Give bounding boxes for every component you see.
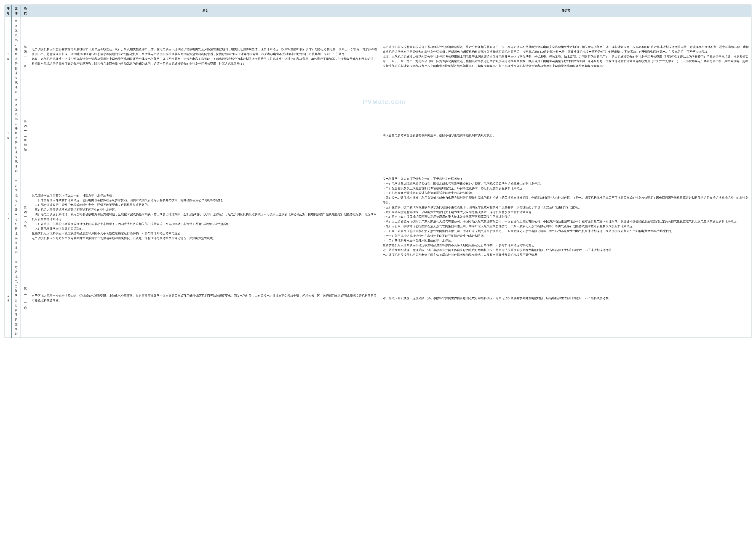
cell-seq: 15 [5, 17, 12, 96]
cell-revised: 发电侧并网主体如有以下情形之一的，不予非计划停运考核： （一）电网设备故障或系统… [381, 175, 751, 259]
table-row: 16南方区域电力并网运行管理实施细则第四十五条增加纳入容量电费考核管理的发电侧并… [5, 96, 751, 175]
cell-clause: 第四十六条 [21, 175, 30, 259]
header-clause: 条款 [21, 5, 30, 17]
cell-clause: 第四十五条增加 [21, 96, 30, 175]
table-row: 17南方区域电力并网运行管理实施细则第四十六条发电侧并网主体如有以下情况之一的，… [5, 175, 751, 259]
cell-original [30, 96, 381, 175]
cell-original: 发电侧并网主体如有以下情况之一的，可豁免非计划停运考核： （一）非自身原因导致的… [30, 175, 381, 259]
header-seq: 序号 [5, 5, 12, 17]
cell-file: 南方区域电力并网运行管理实施细则 [12, 96, 21, 175]
cell-file: 南方区域电力并网运行管理实施细则 [12, 17, 21, 96]
cell-original: 电力调度机构应按监管要求规范开展机组非计划停运考核返还、统计分析及相关核查评价工… [30, 17, 381, 96]
header-revised: 修订后 [381, 5, 751, 17]
cell-clause: 第四十五条 [21, 17, 30, 96]
cell-file: 南方区域电力并网运行管理实施细则 [12, 175, 21, 259]
cell-file: 南方区域电力并网运行管理实施细则 [12, 259, 21, 338]
table-row: 15南方区域电力并网运行管理实施细则第四十五条电力调度机构应按监管要求规范开展机… [5, 17, 751, 96]
table-header-row: 序号 文件 条款 原文 修订后 [5, 5, 751, 17]
cell-seq: 17 [5, 175, 12, 259]
header-file: 文件 [12, 5, 21, 17]
cell-seq: 16 [5, 96, 12, 175]
header-original: 原文 [30, 5, 381, 17]
cell-original: 对于区域大范围一次燃料供应短缺、运煤或输气通道受限、上游供气公司事故、煤矿事故等… [30, 259, 381, 338]
cell-revised: 纳入容量电费考核管理的发电侧并网主体，按照各省容量电费考核机制有关规定执行。 [381, 96, 751, 175]
revision-table: 序号 文件 条款 原文 修订后 15南方区域电力并网运行管理实施细则第四十五条电… [5, 5, 751, 338]
cell-revised: 电力调度机构应按监管要求规范开展机组非计划停运考核返还、统计分析及相关核查评价工… [381, 17, 751, 96]
cell-seq: 18 [5, 259, 12, 338]
table-row: 18南方区域电力并网运行管理实施细则第五十一条对于区域大范围一次燃料供应短缺、运… [5, 259, 751, 338]
cell-revised: 对于区域大面积缺煤、运煤受限、煤矿事故等非并网主体自身原因造成可用燃料供应不足而… [381, 259, 751, 338]
cell-clause: 第五十一条 [21, 259, 30, 338]
